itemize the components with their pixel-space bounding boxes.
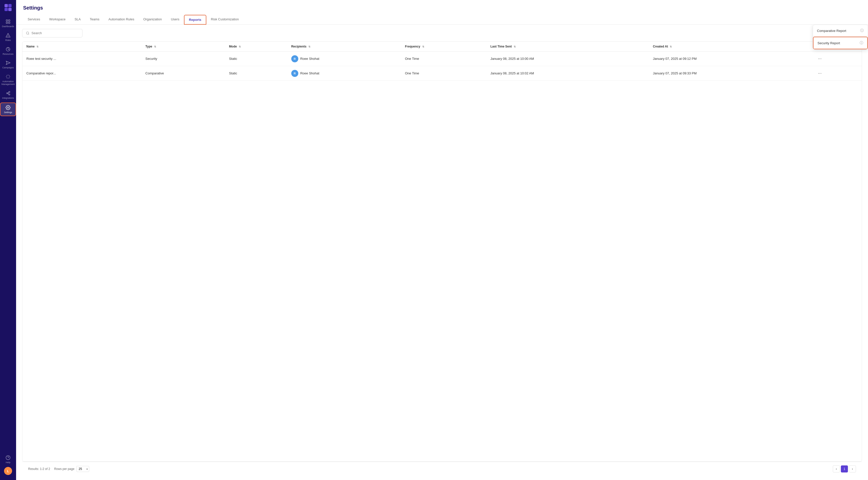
recipient-name-1: Roee Shohat [300, 57, 319, 61]
page-header: Settings Services Workspace SLA Teams Au… [16, 0, 868, 25]
sidebar-item-campaigns[interactable]: Campaigns [0, 58, 16, 71]
main-content: Settings Services Workspace SLA Teams Au… [16, 0, 868, 480]
cell-created-at-2: January 07, 2025 at 09:33 PM [649, 66, 812, 81]
col-type[interactable]: Type ⇅ [142, 42, 225, 52]
results-count: Results: 1-2 of 2 [28, 467, 50, 471]
cell-created-at-1: January 07, 2025 at 09:12 PM [649, 52, 812, 66]
table-section: + Add Report Name ⇅ Type ⇅ [16, 25, 868, 480]
info-icon-comparative: ⓘ [860, 28, 864, 33]
reports-table: Name ⇅ Type ⇅ Mode ⇅ [22, 41, 862, 462]
svg-rect-0 [4, 4, 8, 7]
sort-icon-frequency: ⇅ [422, 45, 424, 48]
rows-per-page-select[interactable]: 25 50 100 [76, 466, 89, 472]
svg-rect-4 [6, 20, 8, 21]
svg-rect-3 [8, 8, 11, 11]
cell-recipients-1: R Roee Shohat [287, 52, 401, 66]
tab-workspace[interactable]: Workspace [45, 15, 70, 24]
svg-rect-6 [6, 22, 8, 24]
col-last-time-sent[interactable]: Last Time Sent ⇅ [486, 42, 649, 52]
row-actions-button-2[interactable]: ··· [816, 70, 824, 77]
table-header-row: Name ⇅ Type ⇅ Mode ⇅ [22, 42, 862, 52]
recipient-name-2: Roee Shohat [300, 71, 319, 75]
rows-select-wrap: 25 50 100 [76, 466, 89, 472]
svg-rect-1 [8, 4, 11, 7]
pagination: ‹ 1 › [833, 466, 856, 473]
sidebar-item-resources[interactable]: Resources [0, 45, 16, 58]
content-area: + Add Report Name ⇅ Type ⇅ [16, 25, 868, 480]
cell-frequency-2: One Time [401, 66, 487, 81]
sort-icon-name: ⇅ [36, 45, 38, 48]
search-input[interactable] [31, 31, 79, 35]
pagination-next[interactable]: › [849, 466, 856, 473]
col-created-at[interactable]: Created At ⇅ [649, 42, 812, 52]
tab-organization[interactable]: Organization [139, 15, 166, 24]
cell-mode-1: Static [225, 52, 287, 66]
sidebar-item-settings[interactable]: Settings [0, 102, 16, 116]
sort-icon-last-time-sent: ⇅ [514, 45, 516, 48]
recipient-cell-1: R Roee Shohat [291, 55, 397, 62]
cell-frequency-1: One Time [401, 52, 487, 66]
col-frequency[interactable]: Frequency ⇅ [401, 42, 487, 52]
sidebar-item-help[interactable]: Help [0, 453, 16, 466]
tab-teams[interactable]: Teams [85, 15, 104, 24]
tab-users[interactable]: Users [166, 15, 184, 24]
recipient-avatar-2: R [291, 70, 298, 77]
sidebar-bottom: Help L [0, 453, 16, 477]
tab-automation-rules[interactable]: Automation Rules [104, 15, 139, 24]
app-logo[interactable] [3, 3, 12, 12]
dropdown-item-label-comparative: Comparative Report [817, 29, 846, 33]
pagination-prev[interactable]: ‹ [833, 466, 840, 473]
cell-type-1: Security [142, 52, 225, 66]
user-avatar[interactable]: L [4, 467, 12, 475]
sort-icon-recipients: ⇅ [308, 45, 310, 48]
svg-rect-7 [8, 22, 10, 24]
tab-sla[interactable]: SLA [70, 15, 86, 24]
svg-point-19 [26, 32, 29, 34]
svg-point-17 [6, 456, 10, 460]
report-type-dropdown: Comparative Report ⓘ Security Report ⓘ [813, 25, 868, 50]
cell-mode-2: Static [225, 66, 287, 81]
sidebar: Dashboards Risks Resources Campaigns [0, 0, 16, 480]
cell-actions-2: ··· [812, 66, 862, 81]
rows-per-page: Rows per page 25 50 100 [54, 466, 89, 472]
tab-reports[interactable]: Reports [184, 15, 206, 25]
svg-rect-2 [4, 8, 8, 11]
sort-icon-type: ⇅ [154, 45, 156, 48]
col-recipients[interactable]: Recipients ⇅ [287, 42, 401, 52]
svg-point-13 [9, 94, 10, 95]
svg-rect-5 [8, 20, 10, 21]
sidebar-item-automation[interactable]: Automation Management [0, 72, 16, 88]
svg-line-20 [28, 34, 29, 34]
dropdown-item-security[interactable]: Security Report ⓘ [813, 37, 868, 49]
search-bar: + Add Report [22, 29, 862, 37]
svg-point-9 [8, 36, 8, 37]
svg-point-12 [9, 91, 10, 92]
cell-last-sent-2: January 08, 2025 at 10:02 AM [486, 66, 649, 81]
recipient-avatar-1: R [291, 55, 298, 62]
sidebar-item-risks[interactable]: Risks [0, 31, 16, 44]
pagination-page-1[interactable]: 1 [841, 466, 848, 473]
info-icon-security: ⓘ [860, 41, 863, 45]
page-title: Settings [23, 5, 861, 11]
footer-left: Results: 1-2 of 2 Rows per page 25 50 10… [28, 466, 89, 472]
search-icon [26, 31, 29, 35]
col-name[interactable]: Name ⇅ [22, 42, 142, 52]
dropdown-item-comparative[interactable]: Comparative Report ⓘ [813, 25, 868, 37]
tab-risk-customization[interactable]: Risk Customization [206, 15, 243, 24]
cell-name-2: Comparative repor... [22, 66, 142, 81]
cell-actions-1: ··· [812, 52, 862, 66]
sort-icon-mode: ⇅ [239, 45, 241, 48]
recipient-cell-2: R Roee Shohat [291, 70, 397, 77]
cell-last-sent-1: January 08, 2025 at 10:00 AM [486, 52, 649, 66]
table-footer: Results: 1-2 of 2 Rows per page 25 50 10… [22, 462, 862, 476]
svg-line-15 [8, 93, 8, 94]
row-actions-button-1[interactable]: ··· [816, 55, 824, 62]
sidebar-item-integrations[interactable]: Integrations [0, 89, 16, 101]
table-row: Roee test security ... Security Static R… [22, 52, 862, 66]
col-mode[interactable]: Mode ⇅ [225, 42, 287, 52]
cell-type-2: Comparative [142, 66, 225, 81]
sidebar-item-dashboards[interactable]: Dashboards [0, 17, 16, 30]
rows-per-page-label: Rows per page [54, 467, 74, 471]
search-input-wrap[interactable] [22, 29, 83, 37]
tab-services[interactable]: Services [23, 15, 45, 24]
